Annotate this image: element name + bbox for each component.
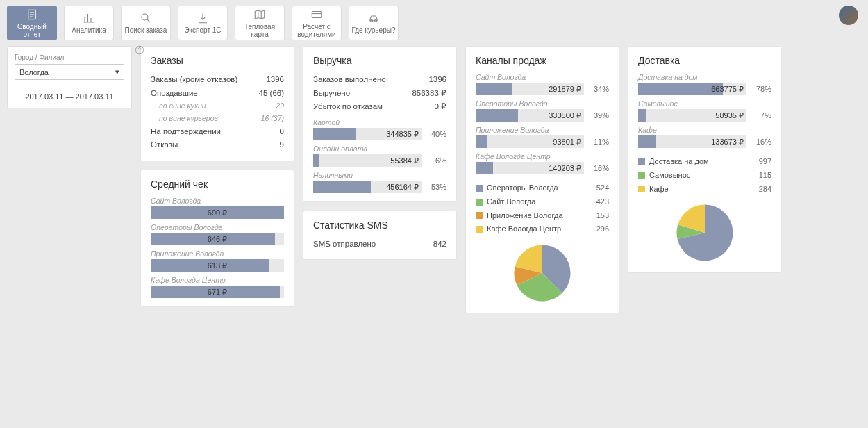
bar-label: Приложение Вологда — [476, 126, 609, 134]
bar-track: 93801 ₽ — [476, 135, 584, 148]
nav-heatmap[interactable]: Тепловая карта — [235, 6, 285, 40]
sidebar: Город / Филиал Вологда ▾ 2017.03.11 — 20… — [7, 46, 132, 108]
bar: 663775 ₽78% — [638, 83, 771, 95]
bar-track: 344835 ₽ — [313, 128, 422, 140]
help-icon[interactable] — [135, 45, 144, 55]
bar: 646 ₽ — [151, 233, 284, 245]
row-value: 1396 — [266, 73, 284, 87]
legend-item: Приложение Вологда153 — [476, 209, 609, 223]
bar-fill — [638, 83, 723, 95]
bar-fill — [638, 109, 646, 122]
city-label: Город / Филиал — [15, 54, 124, 61]
sms-label: SMS отправлено — [313, 238, 376, 252]
bar-pct: 16% — [588, 164, 609, 172]
bar-label: Кафе Вологда Центр — [476, 152, 609, 160]
date-sep: — — [66, 92, 74, 101]
table-row: Отказы9 — [151, 138, 284, 152]
bar-label: Сайт Вологда — [476, 73, 609, 81]
card-title: Доставка — [638, 55, 771, 66]
col-2: Выручка Заказов выполнено1396Выручено856… — [303, 46, 457, 260]
nav-label: Где курьеры? — [352, 26, 396, 34]
nav-label: Поиск заказа — [125, 26, 167, 34]
row-label: Заказы (кроме отказов) — [151, 73, 237, 87]
nav-label: Расчет с водителями — [297, 23, 335, 38]
legend-label: Кафе — [649, 183, 669, 197]
row-value: 16 (37) — [261, 113, 284, 125]
export-icon — [197, 12, 209, 24]
bar-text: 456164 ₽ — [386, 181, 419, 193]
bar-text: 291879 ₽ — [549, 83, 581, 95]
svg-rect-2 — [312, 11, 322, 17]
nav-label: Сводный отчет — [9, 23, 55, 38]
card-orders: Заказы Заказы (кроме отказов)1396Опоздав… — [140, 46, 294, 161]
legend-value: 153 — [596, 209, 609, 223]
bar: 133673 ₽16% — [638, 135, 771, 148]
bar-label: Операторы Вологда — [476, 99, 609, 108]
legend-value: 284 — [759, 183, 771, 197]
channels-pie — [511, 242, 574, 304]
nav-label: Экспорт 1С — [184, 26, 221, 34]
table-row: Заказов выполнено1396 — [313, 73, 446, 87]
svg-point-1 — [142, 14, 148, 20]
city-select[interactable]: Вологда ▾ — [15, 64, 124, 80]
table-row: по вине кухни29 — [151, 100, 284, 113]
revenue-rows: Заказов выполнено1396Выручено856383 ₽Убы… — [313, 73, 446, 114]
avgcheck-bars: Сайт Вологда690 ₽Операторы Вологда646 ₽П… — [151, 197, 284, 298]
nav-export-1c[interactable]: Экспорт 1С — [178, 6, 228, 40]
table-row: Выручено856383 ₽ — [313, 87, 446, 101]
row-value: 0 ₽ — [434, 100, 446, 114]
bar-pct: 11% — [588, 138, 609, 146]
legend-item: Доставка на дом997 — [638, 155, 771, 169]
chevron-down-icon: ▾ — [115, 67, 119, 76]
nav-summary-report[interactable]: Сводный отчет — [7, 6, 57, 40]
card-revenue: Выручка Заказов выполнено1396Выручено856… — [303, 46, 457, 202]
nav-couriers[interactable]: Где курьеры? — [349, 6, 399, 40]
bar-fill — [638, 135, 656, 148]
bar-pct: 40% — [426, 130, 446, 138]
delivery-bars: Доставка на дом663775 ₽78%Самовынос58935… — [638, 73, 771, 148]
bar-text: 93801 ₽ — [553, 135, 581, 148]
bar-fill — [476, 162, 493, 174]
table-row: Опоздавшие45 (66) — [151, 87, 284, 101]
legend-item: Сайт Вологда423 — [476, 195, 609, 209]
bar: 613 ₽ — [151, 259, 284, 272]
bar-pct: 6% — [426, 156, 446, 165]
bar-pct: 7% — [751, 111, 771, 120]
bar: 58935 ₽7% — [638, 109, 771, 122]
card-channels: Каналы продаж Сайт Вологда291879 ₽34%Опе… — [465, 46, 619, 313]
bar: 671 ₽ — [151, 286, 284, 298]
sms-value: 842 — [433, 238, 446, 252]
delivery-legend: Доставка на дом997Самовынос115Кафе284 — [638, 155, 771, 196]
bar-track: 140203 ₽ — [476, 162, 584, 174]
bar: 344835 ₽40% — [313, 128, 446, 140]
row-value: 45 (66) — [259, 87, 284, 101]
row-label: На подтверждении — [151, 125, 221, 139]
row-label: Опоздавшие — [151, 87, 198, 101]
date-range[interactable]: 2017.03.11 — 2017.03.11 — [15, 92, 124, 101]
legend-swatch — [476, 226, 483, 233]
bar-label: Самовынос — [638, 99, 771, 108]
avatar[interactable] — [839, 6, 858, 25]
sms-row: SMS отправлено 842 — [313, 238, 446, 252]
legend-swatch — [476, 199, 483, 206]
bar-fill — [313, 181, 371, 193]
bar-text: 140203 ₽ — [549, 162, 581, 174]
nav-analytics[interactable]: Аналитика — [64, 6, 114, 40]
bar-fill — [476, 135, 487, 148]
bar-track: 330500 ₽ — [476, 109, 584, 122]
legend-swatch — [638, 158, 645, 165]
revenue-bars: Картой344835 ₽40%Онлайн оплата55384 ₽6%Н… — [313, 118, 446, 193]
row-value: 9 — [280, 138, 284, 152]
bar: 93801 ₽11% — [476, 135, 609, 148]
card-title: Заказы — [151, 55, 284, 66]
nav-driver-payments[interactable]: Расчет с водителями — [292, 6, 342, 40]
legend-value: 524 — [596, 181, 609, 195]
legend-label: Кафе Вологда Центр — [487, 222, 561, 236]
date-to: 2017.03.11 — [76, 92, 114, 101]
legend-label: Операторы Вологда — [487, 181, 558, 195]
nav-search-order[interactable]: Поиск заказа — [121, 6, 171, 40]
legend-label: Приложение Вологда — [487, 209, 563, 223]
legend-label: Самовынос — [649, 169, 690, 183]
legend-swatch — [638, 186, 645, 192]
analytics-icon — [83, 12, 95, 24]
